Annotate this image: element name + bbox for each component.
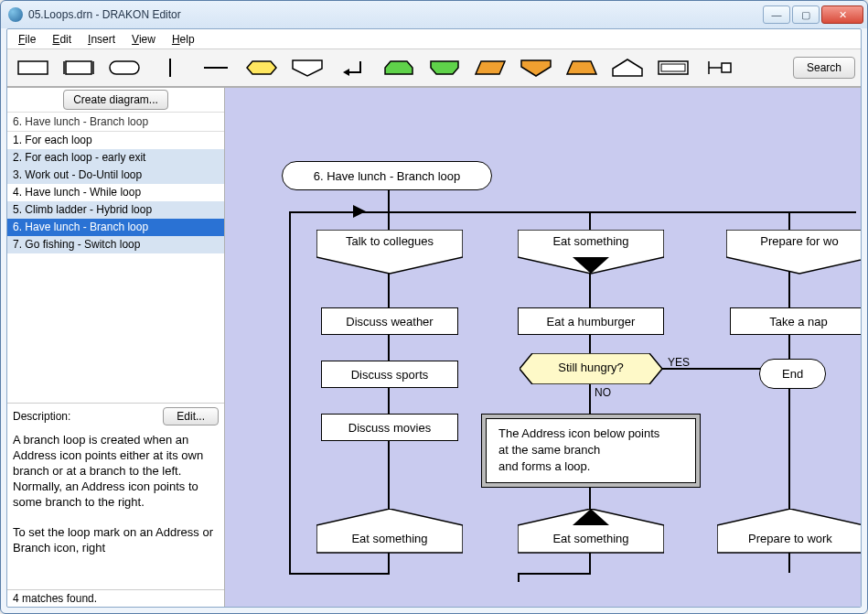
description-label: Description: (13, 410, 70, 423)
tool-shelf-icon[interactable] (470, 53, 510, 82)
tool-question-icon[interactable] (241, 53, 282, 82)
svg-marker-15 (613, 59, 642, 76)
body: Create diagram... 6. Have lunch - Branch… (7, 88, 861, 607)
create-diagram-button[interactable]: Create diagram... (63, 90, 168, 110)
tool-branch-in-icon[interactable] (607, 53, 648, 82)
svg-rect-0 (18, 61, 48, 74)
list-item[interactable]: 4. Have lunch - While loop (7, 184, 224, 201)
list-item[interactable]: 2. For each loop - early exit (7, 149, 224, 167)
action-node[interactable]: Eat a humburger (518, 307, 664, 335)
sidebar: Create diagram... 6. Have lunch - Branch… (7, 88, 225, 607)
tool-action-icon[interactable] (13, 53, 53, 82)
menu-edit[interactable]: Edit (45, 31, 79, 48)
address-label: Prepare to work (717, 532, 861, 545)
window-buttons: — ▢ ✕ (763, 5, 863, 24)
list-item[interactable]: 1. For each loop (7, 132, 224, 149)
connector-line (289, 573, 390, 575)
connector-line (518, 573, 520, 582)
list-item[interactable]: 5. Climb ladder - Hybrid loop (7, 201, 224, 219)
svg-marker-11 (431, 61, 458, 74)
svg-marker-9 (343, 69, 349, 76)
tool-vertical-line-icon[interactable] (150, 53, 190, 82)
yes-label: YES (668, 356, 690, 369)
tool-choice-icon[interactable] (287, 53, 327, 82)
connector-line (289, 211, 856, 213)
question-label: Still hungry? (520, 361, 662, 374)
search-button[interactable]: Search (793, 57, 855, 79)
svg-marker-10 (385, 61, 413, 74)
end-node[interactable]: End (759, 359, 826, 389)
tool-loop-end-icon[interactable] (424, 53, 465, 82)
window-title: 05.Loops.drn - DRAKON Editor (28, 8, 181, 21)
edit-description-button[interactable]: Edit... (163, 407, 219, 425)
svg-marker-8 (293, 60, 322, 76)
tool-connector-icon[interactable] (699, 53, 739, 82)
tool-terminator-icon[interactable] (104, 53, 145, 82)
no-label: NO (595, 386, 611, 399)
minimize-button[interactable]: — (763, 5, 790, 24)
action-node[interactable]: Take a nap (730, 307, 861, 335)
description-header: Description: Edit... (7, 403, 224, 429)
address-label: Eat something (316, 532, 463, 545)
svg-rect-1 (66, 61, 91, 74)
sidebar-context: 6. Have lunch - Branch loop (7, 113, 224, 132)
menu-view[interactable]: View (124, 31, 163, 48)
app-icon (8, 7, 23, 22)
branch-label: Talk to collegues (316, 234, 463, 248)
spacer (7, 253, 224, 403)
tool-comment-icon[interactable] (653, 53, 693, 82)
list-item[interactable]: 7. Go fishing - Switch loop (7, 236, 224, 253)
branch-label: Eat something (518, 234, 664, 248)
svg-marker-13 (521, 60, 551, 76)
svg-marker-12 (476, 61, 505, 74)
diagram-canvas[interactable]: 6. Have lunch - Branch loop Talk to coll… (225, 88, 861, 607)
connector-line (289, 211, 291, 573)
svg-rect-16 (659, 61, 688, 74)
svg-rect-4 (110, 61, 139, 74)
menu-help[interactable]: Help (165, 31, 202, 48)
svg-marker-23 (316, 509, 463, 553)
svg-marker-30 (717, 509, 861, 553)
diagram-title-node[interactable]: 6. Have lunch - Branch loop (282, 161, 492, 190)
tool-horizontal-line-icon[interactable] (196, 53, 236, 82)
comment-node[interactable]: The Address icon below points at the sam… (481, 414, 701, 488)
tool-return-icon[interactable] (333, 53, 373, 82)
client-area: File Edit Insert View Help Search (6, 28, 862, 608)
list-item-selected[interactable]: 6. Have lunch - Branch loop (7, 219, 224, 236)
titlebar: 05.Loops.drn - DRAKON Editor — ▢ ✕ (1, 1, 867, 28)
close-button[interactable]: ✕ (821, 5, 863, 24)
tool-insertion-icon[interactable] (59, 53, 99, 82)
menu-file[interactable]: File (11, 31, 43, 48)
menu-insert[interactable]: Insert (80, 31, 123, 48)
diagram-list[interactable]: 1. For each loop 2. For each loop - earl… (7, 132, 224, 253)
action-node[interactable]: Discuss movies (321, 414, 458, 441)
tool-address-out-icon[interactable] (516, 53, 556, 82)
status-bar: 4 matches found. (7, 589, 224, 607)
svg-marker-21 (353, 205, 366, 218)
maximize-button[interactable]: ▢ (792, 5, 820, 24)
arrowhead-icon (353, 205, 368, 218)
menubar: File Edit Insert View Help (7, 29, 861, 49)
branch-label: Prepare for wo (726, 234, 861, 248)
connector-line (518, 573, 591, 575)
action-node[interactable]: Discuss sports (321, 361, 458, 388)
address-label: Eat something (518, 532, 664, 545)
app-window: 05.Loops.drn - DRAKON Editor — ▢ ✕ File … (0, 0, 868, 614)
tool-loop-begin-icon[interactable] (379, 53, 419, 82)
toolbar: Search (7, 49, 861, 88)
tool-case-icon[interactable] (562, 53, 602, 82)
svg-rect-20 (722, 63, 731, 72)
svg-marker-14 (567, 61, 596, 74)
description-text: A branch loop is created when an Address… (7, 429, 224, 589)
svg-marker-7 (247, 61, 276, 74)
list-item[interactable]: 3. Work out - Do-Until loop (7, 167, 224, 184)
sidebar-top: Create diagram... (7, 88, 224, 113)
action-node[interactable]: Discuss weather (321, 307, 458, 335)
